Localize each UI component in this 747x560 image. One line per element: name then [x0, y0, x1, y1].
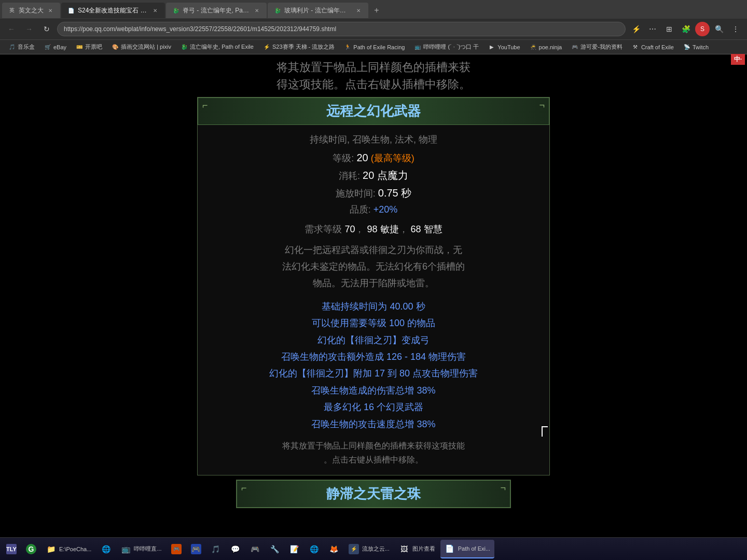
taskbar-music-icon: 🎵	[211, 544, 221, 554]
effect-5: 幻化的【徘徊之刃】附加 17 到 80 点攻击物理伤害	[213, 365, 534, 382]
profile-icon[interactable]: S	[695, 22, 710, 36]
tab-2-favicon: 📄	[67, 7, 75, 14]
refresh-button[interactable]: ↻	[39, 22, 54, 36]
skill-card-body: 持续时间, 召唤生物, 法术, 物理 等级: 20 (最高等级) 消耗: 20 …	[198, 125, 549, 475]
effect-8: 召唤生物的攻击速度总增 38%	[213, 416, 534, 432]
bookmark-s23-icon: ⚡	[263, 44, 270, 51]
skill-req-int: 68 智慧	[411, 224, 442, 234]
skill-description: 幻化一把远程武器或徘徊之刃为你而战，无 法幻化未鉴定的物品。无法幻化有6个插槽的…	[213, 242, 534, 292]
taskbar-browser2[interactable]: 🌐	[305, 540, 324, 558]
tab-2-label: S24全新改造技能宝石 (补缺)	[78, 6, 148, 15]
bookmark-s23-label: S23赛季 天梯 - 流放之路	[272, 43, 335, 51]
new-tab-button[interactable]: +	[369, 3, 384, 18]
bookmark-poe-ninja[interactable]: 🥷 poe.ninja	[525, 43, 566, 52]
tab-4[interactable]: 🐉 玻璃利片 - 流亡编年史, Path... ✕	[268, 3, 368, 18]
taskbar-folder-label: E:\PoeCha...	[59, 546, 91, 552]
tab-1-close[interactable]: ✕	[47, 7, 54, 14]
bookmark-ebay-icon: 🛒	[44, 44, 51, 51]
skill-quality-value: +20%	[374, 204, 398, 215]
bookmark-poe-racing[interactable]: 🏃 Path of Exile Racing	[340, 43, 409, 52]
taskbar-steam[interactable]: 🎮	[246, 540, 265, 558]
taskbar-poe-active[interactable]: 📄 Path of Exi...	[440, 540, 494, 558]
bookmark-bilibili-label: 哔哔哩哩 (´ · `)つ口 干	[423, 43, 479, 51]
search-icon[interactable]: 🔍	[712, 22, 726, 36]
bookmark-twitch[interactable]: 📡 Twitch	[679, 43, 713, 52]
tab-2-close[interactable]: ✕	[151, 7, 159, 14]
skill-max-level: (最高等级)	[371, 153, 414, 163]
menu-button[interactable]: ⋮	[728, 22, 743, 36]
taskbar-g-icon: G	[26, 544, 36, 554]
bookmark-pixiv-label: 插画交流网站 | pixiv	[121, 43, 171, 51]
back-button[interactable]: ←	[4, 22, 19, 36]
taskbar-bili-icon: 📺	[120, 544, 131, 554]
bookmark-pixiv-icon: 🎨	[112, 44, 119, 51]
extensions-icon[interactable]: 🧩	[679, 22, 693, 36]
more-options-button[interactable]: ⋯	[645, 22, 660, 36]
taskbar-folder[interactable]: 📁 E:\PoeCha...	[42, 540, 95, 558]
bookmark-s23[interactable]: ⚡ S23赛季 天梯 - 流放之路	[259, 42, 339, 52]
bookmark-bilibili[interactable]: 📺 哔哔哩哩 (´ · `)つ口 干	[410, 42, 483, 52]
taskbar-poe-active-icon: 📄	[445, 543, 455, 554]
tab-3-close[interactable]: ✕	[253, 7, 260, 14]
bookmark-youtube[interactable]: ▶ YouTube	[484, 43, 524, 52]
bookmark-youtube-icon: ▶	[488, 44, 495, 51]
taskbar-poe-active-label: Path of Exi...	[458, 545, 490, 552]
scroll-text-top: 将其放置于物品上同样颜色的插槽来获 得这项技能。点击右键从插槽中移除。	[214, 59, 533, 93]
effect-3: 幻化的【徘徊之刃】变成弓	[213, 332, 534, 348]
tab-3-favicon: 🐉	[172, 7, 179, 14]
effect-6: 召唤生物造成的伤害总增 38%	[213, 382, 534, 399]
taskbar-g[interactable]: G	[22, 540, 40, 558]
taskbar-tool1[interactable]: 🔧	[266, 540, 284, 558]
tab-3-label: 脊弓 - 流亡编年史, Path of E...	[183, 6, 250, 15]
corner-decoration-tl: ⌐	[202, 100, 208, 111]
skill-requirements: 需求等级 70， 98 敏捷， 68 智慧	[213, 223, 534, 235]
taskbar-tly-icon: TLY	[6, 544, 17, 554]
taskbar-firefox[interactable]: 🦊	[325, 540, 343, 558]
skill-req-level: 70	[344, 224, 355, 234]
tab-3[interactable]: 🐉 脊弓 - 流亡编年史, Path of E... ✕	[166, 3, 267, 18]
bookmark-music-label: 音乐盒	[18, 43, 35, 51]
bookmark-kaipiao-label: 开票吧	[85, 43, 102, 51]
tab-1[interactable]: 英 英文之大 ✕	[2, 3, 60, 18]
effect-4: 召唤生物的攻击额外造成 126 - 184 物理伤害	[213, 348, 534, 365]
taskbar-app2[interactable]: 🎮	[187, 540, 205, 558]
taskbar-steam-icon: 🎮	[250, 544, 260, 554]
taskbar-app1[interactable]: 🎮	[167, 540, 186, 558]
cast-icon[interactable]: ⊞	[662, 22, 676, 36]
bookmark-music[interactable]: 🎵 音乐盒	[4, 42, 39, 52]
forward-button[interactable]: →	[22, 22, 36, 36]
tab-4-label: 玻璃利片 - 流亡编年史, Path...	[284, 6, 352, 15]
taskbar-chrome-icon: 🌐	[101, 544, 111, 554]
bookmark-poe-racing-label: Path of Exile Racing	[353, 44, 405, 50]
effect-1: 基础持续时间为 40.00 秒	[213, 298, 534, 315]
taskbar-app1-icon: 🎮	[171, 544, 182, 554]
bookmark-ebay[interactable]: 🛒 eBay	[40, 43, 71, 52]
bookmark-youkear[interactable]: 🎮 游可爱-我的资料	[567, 42, 627, 52]
taskbar-image-viewer-icon: 🖼	[399, 544, 409, 554]
taskbar-music[interactable]: 🎵	[206, 540, 225, 558]
bookmark-kaipiao[interactable]: 🎫 开票吧	[72, 42, 106, 52]
bookmark-craft-of-exile[interactable]: ⚒ Craft of Exile	[628, 43, 678, 52]
tab-2[interactable]: 📄 S24全新改造技能宝石 (补缺) ✕	[61, 3, 165, 18]
bookmark-bilibili-icon: 📺	[414, 44, 421, 51]
taskbar-poe-cloud[interactable]: ⚡ 流放之云...	[344, 540, 394, 558]
main-content: 将其放置于物品上同样颜色的插槽来获 得这项技能。点击右键从插槽中移除。 ⌐ 远程…	[0, 54, 747, 538]
bookmark-pixiv[interactable]: 🎨 插画交流网站 | pixiv	[107, 42, 175, 52]
taskbar-chrome[interactable]: 🌐	[96, 540, 115, 558]
taskbar-note[interactable]: 📝	[285, 540, 304, 558]
taskbar-chat-icon: 💬	[230, 544, 241, 554]
address-field[interactable]: https://poe.qq.com/webplat/info/news_ver…	[57, 22, 626, 36]
taskbar-tly[interactable]: TLY	[2, 540, 21, 558]
tab-4-close[interactable]: ✕	[355, 7, 362, 14]
skill-effects: 基础持续时间为 40.00 秒 可以使用需要等级 100 的物品 幻化的【徘徊之…	[213, 298, 534, 432]
taskbar-bili[interactable]: 📺 哔哔哩直...	[116, 540, 165, 558]
bookmark-kaipiao-icon: 🎫	[76, 44, 83, 51]
bookmark-ebay-label: eBay	[53, 44, 66, 50]
skill-req-dex: 98 敏捷	[367, 224, 398, 234]
bookmark-poe-chronicle[interactable]: 🐉 流亡编年史, Path of Exile	[176, 42, 258, 52]
skill-card-title: 远程之幻化武器	[326, 103, 421, 119]
taskbar-chat[interactable]: 💬	[226, 540, 245, 558]
performance-icon[interactable]: ⚡	[629, 22, 643, 36]
taskbar-image-viewer[interactable]: 🖼 图片查看	[395, 540, 439, 558]
bookmark-music-icon: 🎵	[8, 44, 16, 51]
